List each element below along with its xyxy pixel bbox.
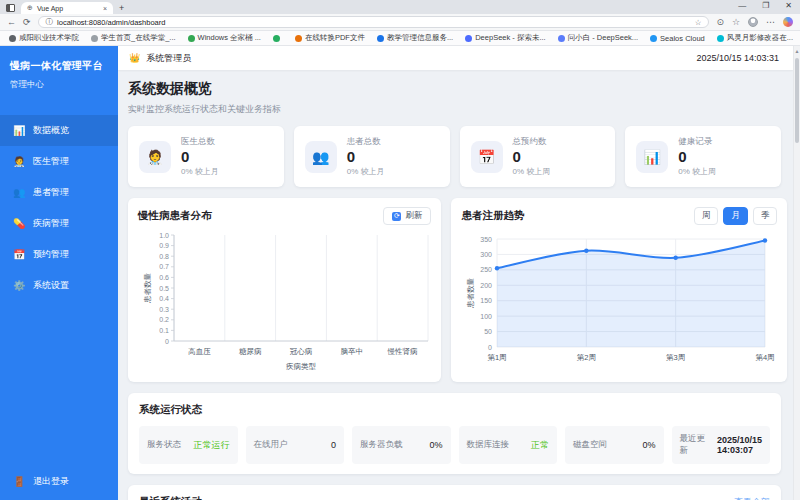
bookmark-item[interactable]: 咸阳职业技术学院 bbox=[9, 33, 79, 43]
svg-text:0.7: 0.7 bbox=[159, 263, 169, 270]
bookmark-item[interactable]: 问小白 - DeepSeek... bbox=[558, 33, 638, 43]
bookmark-item[interactable] bbox=[273, 35, 283, 42]
stat-value: 0 bbox=[513, 148, 551, 166]
status-value: 0% bbox=[429, 440, 442, 450]
window-minimize-button[interactable]: — bbox=[738, 1, 746, 10]
top-header-bar: 👑 系统管理员 2025/10/15 14:03:31 bbox=[118, 46, 793, 70]
address-bar[interactable]: ⓘ localhost:8080/admin/dashboard ☆ bbox=[38, 16, 710, 28]
svg-text:患者数量: 患者数量 bbox=[143, 273, 152, 304]
svg-text:第1周: 第1周 bbox=[488, 353, 507, 362]
stat-value: 0 bbox=[181, 148, 219, 166]
bookmark-favicon bbox=[558, 35, 565, 42]
svg-text:脑卒中: 脑卒中 bbox=[341, 347, 364, 356]
system-status-card: 系统运行状态 服务状态正常运行 在线用户0 服务器负载0% 数据库连接正常 磁盘… bbox=[128, 393, 781, 474]
site-info-icon[interactable]: ⓘ bbox=[46, 17, 54, 27]
browser-menu-icon[interactable]: ⋯ bbox=[766, 18, 775, 27]
status-database: 数据库连接正常 bbox=[459, 426, 558, 464]
refresh-icon[interactable]: ⟳ bbox=[23, 18, 31, 27]
bookmark-favicon bbox=[188, 35, 195, 42]
sidebar-item-doctors[interactable]: 🧑‍⚕️医生管理 bbox=[0, 146, 118, 177]
back-icon[interactable]: ← bbox=[7, 18, 16, 27]
page-scrollbar[interactable]: ▲ bbox=[793, 46, 800, 500]
bookmark-item[interactable]: Windows 全家桶 ... bbox=[188, 33, 261, 43]
chart-icon: 📊 bbox=[636, 141, 668, 173]
stat-label: 患者总数 bbox=[347, 136, 385, 148]
browser-tab[interactable]: ⊕ Vue App × bbox=[21, 2, 113, 14]
svg-text:350: 350 bbox=[481, 236, 493, 243]
refresh-button[interactable]: ⟳ 刷新 bbox=[383, 207, 431, 225]
tab-quarter[interactable]: 季 bbox=[753, 207, 778, 225]
status-service: 服务状态正常运行 bbox=[139, 426, 238, 464]
bookmark-item[interactable]: 教学管理信息服务... bbox=[377, 33, 453, 43]
status-value: 正常运行 bbox=[194, 439, 230, 452]
bookmark-item[interactable]: 在线转换PDF文件 bbox=[295, 33, 365, 43]
browser-toolbar: ← ⟳ ⓘ localhost:8080/admin/dashboard ☆ ⊙… bbox=[0, 14, 800, 31]
profile-avatar[interactable] bbox=[748, 17, 758, 27]
status-server-load: 服务器负载0% bbox=[352, 426, 451, 464]
stat-label: 总预约数 bbox=[513, 136, 551, 148]
tab-favicon-globe-icon: ⊕ bbox=[27, 4, 33, 12]
tab-month[interactable]: 月 bbox=[723, 207, 748, 225]
stat-delta: 0% 较上周 bbox=[678, 166, 716, 177]
svg-text:第3周: 第3周 bbox=[667, 353, 686, 362]
sidebar-item-settings[interactable]: ⚙️系统设置 bbox=[0, 270, 118, 301]
registration-trend-card: 患者注册趋势 周 月 季 050100150200250300350第1周第2周… bbox=[451, 198, 787, 382]
status-label: 数据库连接 bbox=[467, 439, 510, 451]
activity-title: 最近系统活动 bbox=[139, 495, 202, 500]
scrollbar-thumb[interactable] bbox=[795, 58, 799, 143]
sidebar-item-dashboard[interactable]: 📊数据概览 bbox=[0, 115, 118, 146]
refresh-icon: ⟳ bbox=[392, 212, 401, 221]
favorites-icon[interactable]: ☆ bbox=[732, 18, 740, 27]
bookmark-star-icon[interactable]: ☆ bbox=[695, 18, 702, 27]
window-close-button[interactable]: ✕ bbox=[785, 1, 792, 10]
bookmark-favicon bbox=[717, 35, 724, 42]
browser-essentials-icon[interactable]: ⊙ bbox=[716, 18, 724, 27]
view-all-link[interactable]: 查看全部 bbox=[734, 496, 770, 500]
sidebar-item-label: 患者管理 bbox=[33, 186, 69, 199]
recent-activity-card: 最近系统活动 查看全部 bbox=[128, 485, 781, 500]
svg-text:0.5: 0.5 bbox=[159, 285, 169, 292]
bookmark-label: 学生首页_在线学堂_... bbox=[101, 33, 176, 43]
bookmark-label: 风灵月影修改器在... bbox=[727, 33, 793, 43]
bookmark-favicon bbox=[273, 35, 280, 42]
svg-text:1.0: 1.0 bbox=[159, 232, 169, 239]
tab-actions-icon[interactable] bbox=[6, 4, 15, 12]
bookmark-item[interactable]: Sealos Cloud bbox=[650, 34, 705, 43]
bookmarks-bar: 咸阳职业技术学院 学生首页_在线学堂_... Windows 全家桶 ... 在… bbox=[0, 31, 800, 46]
stat-delta: 0% 较上周 bbox=[513, 166, 551, 177]
disease-distribution-card: 慢性病患者分布 ⟳ 刷新 00.10.20.30.40.50.60.70.80.… bbox=[128, 198, 441, 382]
sidebar-item-label: 系统设置 bbox=[33, 279, 69, 292]
sidebar-item-diseases[interactable]: 💊疾病管理 bbox=[0, 208, 118, 239]
logout-button[interactable]: 🚪退出登录 bbox=[0, 465, 118, 500]
bookmark-item[interactable]: DeepSeek - 探索未... bbox=[465, 33, 545, 43]
disease-bar-chart: 00.10.20.30.40.50.60.70.80.91.0高血压糖尿病冠心病… bbox=[138, 227, 434, 377]
app-subtitle: 管理中心 bbox=[0, 76, 118, 99]
page-subtitle: 实时监控系统运行状态和关键业务指标 bbox=[128, 103, 781, 116]
svg-text:0.3: 0.3 bbox=[159, 306, 169, 313]
bookmark-label: DeepSeek - 探索未... bbox=[475, 33, 545, 43]
bookmark-label: 咸阳职业技术学院 bbox=[19, 33, 79, 43]
svg-text:0: 0 bbox=[489, 344, 493, 351]
sidebar-item-patients[interactable]: 👥患者管理 bbox=[0, 177, 118, 208]
bookmark-label: Sealos Cloud bbox=[660, 34, 705, 43]
bookmark-label: 教学管理信息服务... bbox=[387, 33, 453, 43]
svg-text:300: 300 bbox=[481, 251, 493, 258]
svg-text:糖尿病: 糖尿病 bbox=[239, 347, 262, 356]
stat-label: 医生总数 bbox=[181, 136, 219, 148]
bookmark-item[interactable]: 学生首页_在线学堂_... bbox=[91, 33, 176, 43]
new-tab-button[interactable]: + bbox=[119, 3, 124, 13]
bookmark-favicon bbox=[9, 35, 16, 42]
svg-text:0.2: 0.2 bbox=[159, 316, 169, 323]
svg-text:200: 200 bbox=[481, 282, 493, 289]
svg-text:0.1: 0.1 bbox=[159, 327, 169, 334]
status-label: 磁盘空间 bbox=[573, 439, 607, 451]
refresh-label: 刷新 bbox=[405, 210, 422, 222]
tab-week[interactable]: 周 bbox=[694, 207, 719, 225]
bookmark-item[interactable]: 风灵月影修改器在... bbox=[717, 33, 793, 43]
url-text[interactable]: localhost:8080/admin/dashboard bbox=[57, 18, 691, 27]
copilot-icon[interactable] bbox=[783, 17, 793, 27]
sidebar-item-appointments[interactable]: 📅预约管理 bbox=[0, 239, 118, 270]
window-maximize-button[interactable]: ❐ bbox=[762, 1, 769, 10]
scroll-up-icon[interactable]: ▲ bbox=[794, 46, 800, 54]
tab-close-icon[interactable]: × bbox=[103, 5, 107, 12]
